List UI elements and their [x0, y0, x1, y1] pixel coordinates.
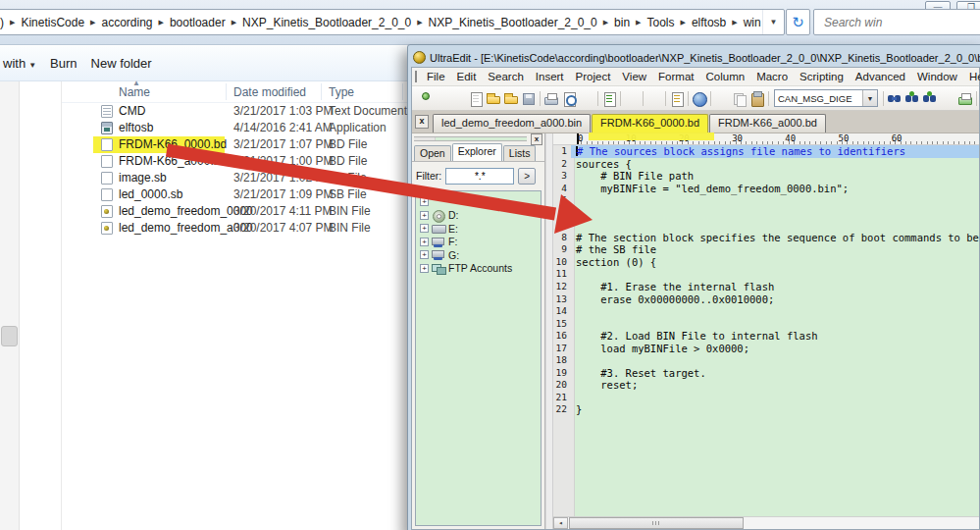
menu-item[interactable]: View	[616, 70, 652, 83]
search-box[interactable]	[813, 9, 980, 35]
toolbar-icon[interactable]	[921, 90, 939, 107]
column-header-date[interactable]: Date modified	[233, 85, 306, 99]
breadcrumb-separator-icon[interactable]: ▶	[731, 19, 738, 26]
toolbar-icon[interactable]	[766, 90, 771, 107]
breadcrumb-separator-icon[interactable]: ▶	[602, 19, 609, 26]
toolbar-icon[interactable]	[578, 90, 595, 107]
code-line[interactable]: 5	[553, 194, 979, 207]
code-editor[interactable]: 0102030405060 1 # The sources block assi…	[553, 133, 979, 529]
code-line[interactable]: 18	[553, 354, 979, 367]
filter-go-button[interactable]: >	[518, 168, 536, 185]
menu-item[interactable]: Help	[963, 70, 980, 83]
pane-tab[interactable]: Open	[414, 145, 451, 161]
toolbar-icon[interactable]	[748, 90, 766, 107]
menu-item[interactable]: Insert	[530, 70, 570, 83]
code-line[interactable]: 15	[553, 318, 979, 331]
breadcrumb-separator-icon[interactable]: ▶	[158, 19, 165, 26]
column-divider[interactable]	[402, 83, 403, 100]
refresh-icon[interactable]: ↻	[786, 9, 810, 35]
toolbar-icon[interactable]	[542, 90, 560, 107]
address-dropdown-icon[interactable]: ▼	[762, 10, 784, 34]
tree-item[interactable]: +	[420, 195, 541, 209]
scrollbar-thumb[interactable]	[1, 326, 18, 346]
toolbar-icon[interactable]	[691, 90, 708, 107]
pane-splitter[interactable]	[545, 133, 553, 529]
code-line[interactable]: 20 reset;	[553, 379, 979, 392]
pane-grip[interactable]: x	[412, 133, 544, 143]
breadcrumb-item[interactable]: NXP_Kinetis_Bootloader_2_0_0	[237, 16, 416, 29]
column-header-name[interactable]: Name	[119, 85, 150, 99]
expand-icon[interactable]: +	[420, 238, 429, 246]
expand-icon[interactable]: +	[420, 211, 429, 220]
breadcrumb-bar[interactable]: ) ▶ KinetisCode ▶ according ▶	[0, 9, 785, 35]
toolbar-icon[interactable]	[903, 90, 921, 107]
code-line[interactable]: 10 section (0) {	[553, 256, 979, 269]
tree-item[interactable]: + G:	[420, 248, 541, 262]
filter-input[interactable]	[445, 168, 514, 185]
toolbar-icon[interactable]	[886, 90, 903, 107]
chevron-down-icon[interactable]: ▼	[862, 90, 877, 106]
breadcrumb-prefix[interactable]: )	[0, 16, 9, 29]
code-line[interactable]: 16 #2. Load BIN File to internal flash	[553, 330, 979, 343]
toolbar-icon[interactable]	[731, 90, 748, 107]
tree-item[interactable]: + F:	[420, 236, 541, 249]
file-row[interactable]: image.sb 3/21/2017 1:02 PM SB File	[62, 170, 415, 186]
toolbar-icon[interactable]	[414, 90, 432, 107]
search-input[interactable]	[822, 15, 980, 30]
file-row[interactable]: FRDM-K66_a000.bd 3/21/2017 1:00 PM BD Fi…	[62, 153, 415, 170]
menu-item[interactable]: Scripting	[794, 70, 850, 83]
file-row[interactable]: led_0000.sb 3/21/2017 1:09 PM SB File	[62, 186, 415, 203]
nav-pane-scrollbar[interactable]	[0, 81, 20, 530]
code-line[interactable]: 12 #1. Erase the internal flash	[553, 281, 979, 293]
code-line[interactable]: 6 }	[553, 207, 979, 220]
pane-tab[interactable]: Lists	[503, 145, 537, 161]
column-divider[interactable]	[321, 83, 322, 100]
toolbar-icon[interactable]	[600, 90, 618, 107]
breadcrumb-separator-icon[interactable]: ▶	[679, 19, 686, 26]
menu-item[interactable]: Format	[652, 70, 699, 83]
code-line[interactable]: 22 }	[553, 403, 979, 416]
tree-item[interactable]: + E:	[420, 222, 541, 236]
breadcrumb-item[interactable]: bin	[609, 16, 635, 29]
code-line[interactable]: 14	[553, 305, 979, 318]
code-line[interactable]: 9 # the SB file	[553, 243, 979, 256]
toolbar-icon[interactable]	[623, 90, 641, 107]
toolbar-icon[interactable]	[502, 90, 520, 107]
ultraedit-titlebar[interactable]: UltraEdit - [E:\KinetisCode\according\bo…	[411, 48, 980, 67]
expand-icon[interactable]: +	[420, 264, 429, 273]
code-line[interactable]: 17 load myBINFile > 0x0000;	[553, 343, 979, 355]
code-line[interactable]: 19 #3. Reset target.	[553, 367, 979, 380]
breadcrumb-item[interactable]: NXP_Kinetis_Bootloader_2_0_0	[424, 16, 602, 29]
code-line[interactable]: 2 sources {	[553, 158, 979, 171]
toolbar-icon[interactable]	[432, 90, 449, 107]
toolbar-icon[interactable]	[485, 90, 502, 107]
menu-item[interactable]: Search	[482, 70, 529, 83]
menu-item[interactable]: Macro	[750, 70, 794, 83]
editor-tab[interactable]: FRDM-K66_a000.bd	[709, 114, 826, 132]
file-row[interactable]: elftosb 4/14/2016 2:41 AM Application	[62, 120, 415, 136]
file-row[interactable]: led_demo_freedom_0000 3/20/2017 4:11 PM …	[62, 203, 415, 220]
breadcrumb-separator-icon[interactable]: ▶	[635, 19, 642, 26]
code-line[interactable]: 4 myBINFile = "led_demo_freedom_0000.bin…	[553, 183, 979, 195]
scrollbar-thumb[interactable]	[569, 517, 744, 529]
menu-item[interactable]: File	[421, 70, 451, 83]
menu-item[interactable]: Advanced	[850, 70, 911, 83]
code-line[interactable]: 1 # The sources block assigns file names…	[553, 145, 979, 158]
toolbar-icon[interactable]	[467, 90, 485, 107]
new-folder-button[interactable]: New folder	[91, 56, 152, 71]
open-with-button[interactable]: with▼	[3, 56, 36, 71]
file-row[interactable]: FRDM-K66_0000.bd 3/21/2017 1:07 PM BD Fi…	[62, 136, 415, 153]
expand-icon[interactable]: +	[420, 197, 429, 206]
breadcrumb-item[interactable]: win	[739, 16, 762, 29]
file-row[interactable]: CMD 3/21/2017 1:03 PM Text Document	[62, 103, 415, 120]
breadcrumb-separator-icon[interactable]: ▶	[89, 19, 96, 26]
toolbar-icon[interactable]	[560, 90, 578, 107]
code-line[interactable]: 11	[553, 268, 979, 281]
pane-tab[interactable]: Explorer	[452, 143, 502, 161]
toolbar-icon[interactable]	[645, 90, 663, 107]
toolbar-icon[interactable]	[939, 90, 956, 107]
horizontal-scrollbar[interactable]: ◂	[553, 516, 979, 529]
breadcrumb-item[interactable]: Tools	[642, 16, 679, 29]
column-divider[interactable]	[226, 83, 227, 100]
syntax-combo[interactable]: CAN_MSG_DIGE ▼	[774, 89, 878, 107]
